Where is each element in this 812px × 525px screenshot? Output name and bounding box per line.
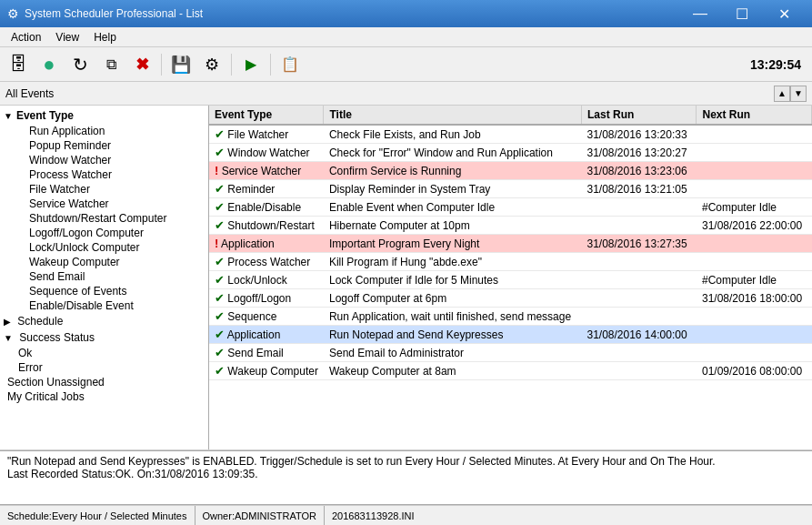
menu-view[interactable]: View bbox=[48, 29, 86, 45]
list-panel[interactable]: Event Type Title Last Run Next Run ✔ Fil… bbox=[209, 106, 812, 449]
status-owner: Owner:ADMINISTRATOR bbox=[195, 506, 326, 525]
toolbar-settings-button[interactable]: ⚙ bbox=[197, 51, 226, 78]
menu-bar: Action View Help bbox=[0, 27, 812, 47]
col-next-run[interactable]: Next Run bbox=[697, 106, 812, 125]
cell-event-type: ✔ Enable/Disable bbox=[209, 198, 324, 217]
row-event-type-label: Application bbox=[227, 328, 281, 341]
minimize-button[interactable]: — bbox=[679, 0, 721, 27]
tree-child-send-email[interactable]: Send Email bbox=[0, 269, 208, 284]
tree-child-wakeup-computer[interactable]: Wakeup Computer bbox=[0, 255, 208, 269]
row-check-icon: ✔ bbox=[215, 127, 225, 141]
close-button[interactable]: ✕ bbox=[763, 0, 805, 27]
tree-child-popup-reminder[interactable]: Popup Reminder bbox=[0, 138, 208, 153]
tree-section-schedule[interactable]: ▶ Schedule bbox=[0, 313, 208, 329]
table-row[interactable]: ✔ Process Watcher Kill Program if Hung "… bbox=[209, 253, 812, 271]
row-check-icon: ! bbox=[215, 164, 218, 177]
menu-help[interactable]: Help bbox=[86, 29, 124, 45]
row-event-type-label: File Watcher bbox=[227, 128, 288, 141]
tree-child-window-watcher[interactable]: Window Watcher bbox=[0, 153, 208, 167]
cell-last-run: 31/08/2016 13:20:27 bbox=[581, 144, 697, 162]
tree-child-shutdown-restart[interactable]: Shutdown/Restart Computer bbox=[0, 211, 208, 226]
row-check-icon: ✔ bbox=[215, 328, 225, 341]
cell-last-run bbox=[581, 217, 697, 235]
tree-root-event-type[interactable]: ▼ Event Type bbox=[0, 107, 208, 124]
toolbar-list-button[interactable]: 📋 bbox=[276, 51, 305, 78]
tree-child-service-watcher[interactable]: Service Watcher bbox=[0, 197, 208, 211]
tree-child-lock-unlock[interactable]: Lock/Unlock Computer bbox=[0, 240, 208, 255]
cell-last-run: 31/08/2016 13:21:05 bbox=[581, 180, 697, 198]
cell-title: Run Notepad and Send Keypresses bbox=[324, 326, 582, 344]
col-last-run[interactable]: Last Run bbox=[581, 106, 697, 125]
toolbar-delete-button[interactable]: ✖ bbox=[127, 51, 156, 78]
cell-title: Wakeup Computer at 8am bbox=[324, 362, 582, 380]
status-file: 201683113928.INI bbox=[325, 506, 422, 525]
row-check-icon: ✔ bbox=[215, 182, 225, 196]
toolbar-refresh-button[interactable]: ↻ bbox=[65, 51, 95, 78]
info-panel: "Run Notepad and Send Keypresses" is ENA… bbox=[0, 450, 812, 505]
toolbar-save-button[interactable]: 💾 bbox=[166, 51, 195, 78]
row-check-icon: ! bbox=[215, 237, 218, 250]
cell-next-run bbox=[697, 326, 812, 344]
tree-child-enable-disable-event[interactable]: Enable/Disable Event bbox=[0, 298, 208, 313]
table-row[interactable]: ✔ Reminder Display Reminder in System Tr… bbox=[209, 180, 812, 198]
toolbar-run-button[interactable]: ▶ bbox=[236, 51, 266, 78]
cell-next-run bbox=[697, 308, 812, 326]
table-row[interactable]: ✔ Sequence Run Application, wait until f… bbox=[209, 308, 812, 326]
row-event-type-label: Logoff/Logon bbox=[227, 292, 291, 305]
list-table: Event Type Title Last Run Next Run ✔ Fil… bbox=[209, 106, 812, 380]
cell-last-run bbox=[581, 253, 697, 271]
toolbar-app-icon[interactable]: 🗄 bbox=[4, 51, 33, 78]
menu-action[interactable]: Action bbox=[4, 29, 48, 45]
tree-section-schedule-icon: ▶ bbox=[4, 317, 11, 327]
window-title: System Scheduler Professional - List bbox=[25, 7, 679, 20]
row-event-type-label: Service Watcher bbox=[222, 165, 302, 177]
table-row[interactable]: ✔ Window Watcher Check for "Error" Windo… bbox=[209, 144, 812, 162]
cell-last-run: 31/08/2016 13:23:06 bbox=[581, 162, 697, 180]
toolbar-time: 13:29:54 bbox=[750, 57, 808, 72]
tree-expand-icon: ▼ bbox=[4, 111, 13, 121]
row-event-type-label: Sequence bbox=[227, 310, 276, 323]
cell-title: Confirm Service is Running bbox=[324, 162, 582, 180]
filter-nav-down[interactable]: ▼ bbox=[790, 86, 807, 102]
cell-last-run bbox=[581, 344, 697, 362]
table-row[interactable]: ! Service Watcher Confirm Service is Run… bbox=[209, 162, 812, 180]
tree-item-section-unassigned[interactable]: Section Unassigned bbox=[0, 375, 208, 389]
cell-title: Check File Exists, and Run Job bbox=[324, 125, 582, 144]
tree-child-process-watcher[interactable]: Process Watcher bbox=[0, 167, 208, 182]
cell-next-run bbox=[697, 344, 812, 362]
status-bar: Schedule:Every Hour / Selected Minutes O… bbox=[0, 505, 812, 525]
tree-child-ok[interactable]: Ok bbox=[0, 346, 208, 360]
toolbar-enable-button[interactable]: ● bbox=[35, 51, 64, 78]
info-line1: "Run Notepad and Send Keypresses" is ENA… bbox=[7, 455, 805, 468]
tree-child-run-application[interactable]: Run Application bbox=[0, 124, 208, 138]
table-row[interactable]: ✔ Wakeup Computer Wakeup Computer at 8am… bbox=[209, 362, 812, 380]
cell-title: Logoff Computer at 6pm bbox=[324, 289, 582, 308]
table-row[interactable]: ✔ Logoff/Logon Logoff Computer at 6pm 31… bbox=[209, 289, 812, 308]
tree-item-my-critical-jobs[interactable]: My Critical Jobs bbox=[0, 389, 208, 404]
cell-event-type: ✔ Reminder bbox=[209, 180, 324, 198]
cell-title: Display Reminder in System Tray bbox=[324, 180, 582, 198]
col-event-type[interactable]: Event Type bbox=[209, 106, 324, 125]
tree-child-logoff-logon[interactable]: Logoff/Logon Computer bbox=[0, 226, 208, 240]
tree-section-success-status[interactable]: ▼ Success Status bbox=[0, 329, 208, 346]
maximize-button[interactable]: ☐ bbox=[721, 0, 763, 27]
tree-child-error[interactable]: Error bbox=[0, 360, 208, 375]
row-event-type-label: Process Watcher bbox=[227, 256, 310, 268]
app-icon: ⚙ bbox=[7, 6, 19, 21]
filter-nav-up[interactable]: ▲ bbox=[774, 86, 790, 102]
cell-next-run bbox=[697, 162, 812, 180]
tree-child-file-watcher[interactable]: File Watcher bbox=[0, 182, 208, 197]
tree-child-sequence-of-events[interactable]: Sequence of Events bbox=[0, 284, 208, 298]
table-row[interactable]: ✔ Enable/Disable Enable Event when Compu… bbox=[209, 198, 812, 217]
table-row[interactable]: ✔ Shutdown/Restart Hibernate Computer at… bbox=[209, 217, 812, 235]
table-row[interactable]: ! Application Important Program Every Ni… bbox=[209, 235, 812, 253]
cell-title: Enable Event when Computer Idle bbox=[324, 198, 582, 217]
toolbar-copy-button[interactable]: ⧉ bbox=[96, 51, 125, 78]
table-row[interactable]: ✔ Application Run Notepad and Send Keypr… bbox=[209, 326, 812, 344]
table-row[interactable]: ✔ File Watcher Check File Exists, and Ru… bbox=[209, 125, 812, 144]
row-check-icon: ✔ bbox=[215, 346, 225, 359]
cell-title: Check for "Error" Window and Run Applica… bbox=[324, 144, 582, 162]
col-title[interactable]: Title bbox=[324, 106, 582, 125]
table-row[interactable]: ✔ Send Email Send Email to Administrator bbox=[209, 344, 812, 362]
table-row[interactable]: ✔ Lock/Unlock Lock Computer if Idle for … bbox=[209, 271, 812, 289]
